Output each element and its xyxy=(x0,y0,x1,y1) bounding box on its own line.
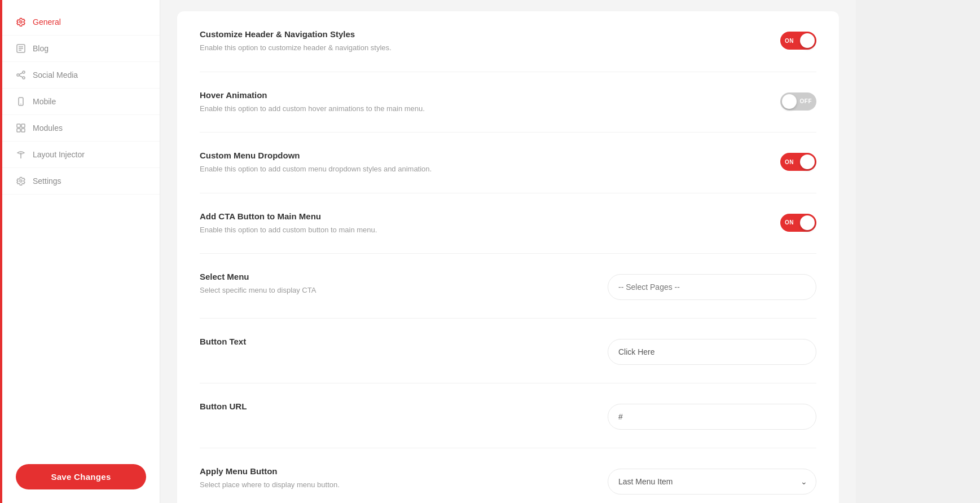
settings-row-button-url: Button URL xyxy=(200,383,816,448)
settings-row-info-select-menu: Select MenuSelect specific menu to displ… xyxy=(200,272,539,296)
settings-row-hover-animation: Hover AnimationEnable this option to add… xyxy=(200,72,816,133)
settings-row-info-customize-header: Customize Header & Navigation StylesEnab… xyxy=(200,29,539,54)
settings-row-control-hover-animation: OFF xyxy=(602,90,816,111)
social-media-icon xyxy=(16,70,26,80)
toggle-label-customize-header: ON xyxy=(785,38,794,44)
settings-row-customize-header: Customize Header & Navigation StylesEnab… xyxy=(200,11,816,72)
settings-row-control-add-cta-button: ON xyxy=(602,211,816,232)
toggle-label-add-cta-button: ON xyxy=(785,219,794,226)
settings-row-label-hover-animation: Hover Animation xyxy=(200,90,539,100)
sidebar-item-settings[interactable]: Settings xyxy=(2,168,160,195)
settings-row-control-custom-menu-dropdown: ON xyxy=(602,151,816,171)
settings-row-control-button-text xyxy=(602,337,816,365)
settings-row-control-customize-header: ON xyxy=(602,29,816,50)
sidebar-item-settings-label: Settings xyxy=(33,177,61,186)
settings-row-info-apply-menu-button: Apply Menu ButtonSelect place where to d… xyxy=(200,466,539,491)
settings-row-info-add-cta-button: Add CTA Button to Main MenuEnable this o… xyxy=(200,211,539,236)
sidebar-item-mobile[interactable]: Mobile xyxy=(2,89,160,115)
save-changes-button[interactable]: Save Changes xyxy=(16,464,146,489)
settings-row-add-cta-button: Add CTA Button to Main MenuEnable this o… xyxy=(200,193,816,254)
toggle-add-cta-button[interactable]: ON xyxy=(780,214,816,232)
toggle-knob-add-cta-button xyxy=(800,215,815,230)
settings-row-label-button-text: Button Text xyxy=(200,337,539,346)
toggle-custom-menu-dropdown[interactable]: ON xyxy=(780,153,816,171)
svg-point-4 xyxy=(23,71,25,73)
blog-icon xyxy=(16,43,26,54)
settings-row-info-button-url: Button URL xyxy=(200,401,539,414)
sidebar-nav: General Blog Social Media Mobile Modules… xyxy=(2,0,160,451)
settings-row-desc-add-cta-button: Enable this option to add custom button … xyxy=(200,224,539,236)
settings-row-select-menu: Select MenuSelect specific menu to displ… xyxy=(200,254,816,319)
right-panel xyxy=(856,0,980,503)
main-content: Customize Header & Navigation StylesEnab… xyxy=(160,0,856,503)
svg-line-7 xyxy=(19,73,23,74)
svg-line-8 xyxy=(19,76,23,77)
settings-row-desc-customize-header: Enable this option to customize header &… xyxy=(200,42,539,54)
text-input-button-url[interactable] xyxy=(608,404,816,430)
toggle-knob-hover-animation xyxy=(782,94,797,109)
svg-rect-11 xyxy=(17,124,20,127)
svg-rect-13 xyxy=(17,129,20,132)
sidebar-item-modules[interactable]: Modules xyxy=(2,115,160,142)
sidebar-item-mobile-label: Mobile xyxy=(33,97,56,106)
content-panel: Customize Header & Navigation StylesEnab… xyxy=(177,11,839,503)
modules-icon xyxy=(16,123,26,133)
svg-point-6 xyxy=(23,77,25,79)
sidebar: General Blog Social Media Mobile Modules… xyxy=(2,0,160,503)
select-apply-menu-button[interactable]: Last Menu ItemFirst Menu Item xyxy=(608,469,816,495)
toggle-knob-custom-menu-dropdown xyxy=(800,155,815,169)
settings-row-info-button-text: Button Text xyxy=(200,337,539,350)
settings-row-desc-apply-menu-button: Select place where to display menu butto… xyxy=(200,479,539,491)
settings-row-label-custom-menu-dropdown: Custom Menu Dropdown xyxy=(200,151,539,160)
settings-row-label-add-cta-button: Add CTA Button to Main Menu xyxy=(200,211,539,221)
settings-row-desc-hover-animation: Enable this option to add custom hover a… xyxy=(200,103,539,114)
svg-rect-12 xyxy=(21,124,25,127)
svg-point-5 xyxy=(17,74,19,76)
select-input-select-menu[interactable] xyxy=(608,274,816,300)
settings-row-apply-menu-button: Apply Menu ButtonSelect place where to d… xyxy=(200,448,816,503)
sidebar-item-blog[interactable]: Blog xyxy=(2,36,160,62)
settings-row-info-custom-menu-dropdown: Custom Menu DropdownEnable this option t… xyxy=(200,151,539,175)
settings-row-button-text: Button Text xyxy=(200,319,816,383)
select-wrapper-apply-menu-button: Last Menu ItemFirst Menu Item⌄ xyxy=(608,469,816,495)
general-icon xyxy=(16,17,26,27)
settings-row-info-hover-animation: Hover AnimationEnable this option to add… xyxy=(200,90,539,114)
settings-row-control-select-menu xyxy=(602,272,816,300)
settings-row-desc-select-menu: Select specific menu to display CTA xyxy=(200,285,539,296)
sidebar-item-blog-label: Blog xyxy=(33,44,49,53)
layout-injector-icon xyxy=(16,149,26,160)
toggle-hover-animation[interactable]: OFF xyxy=(780,92,816,111)
settings-row-custom-menu-dropdown: Custom Menu DropdownEnable this option t… xyxy=(200,133,816,193)
sidebar-item-social-media-label: Social Media xyxy=(33,70,78,80)
sidebar-item-layout-injector[interactable]: Layout Injector xyxy=(2,142,160,168)
toggle-label-hover-animation: OFF xyxy=(800,98,812,104)
settings-row-control-apply-menu-button: Last Menu ItemFirst Menu Item⌄ xyxy=(602,466,816,495)
settings-row-control-button-url xyxy=(602,401,816,430)
settings-row-label-customize-header: Customize Header & Navigation Styles xyxy=(200,29,539,39)
sidebar-item-social-media[interactable]: Social Media xyxy=(2,62,160,89)
text-input-button-text[interactable] xyxy=(608,339,816,365)
toggle-label-custom-menu-dropdown: ON xyxy=(785,159,794,165)
sidebar-footer: Save Changes xyxy=(2,451,160,503)
svg-point-10 xyxy=(20,104,21,105)
svg-rect-14 xyxy=(21,129,25,132)
toggle-customize-header[interactable]: ON xyxy=(780,32,816,50)
settings-row-desc-custom-menu-dropdown: Enable this option to add custom menu dr… xyxy=(200,164,539,175)
toggle-knob-customize-header xyxy=(800,33,815,48)
sidebar-item-layout-injector-label: Layout Injector xyxy=(33,150,85,159)
settings-icon xyxy=(16,176,26,186)
mobile-icon xyxy=(16,96,26,107)
settings-row-label-select-menu: Select Menu xyxy=(200,272,539,281)
sidebar-item-general-label: General xyxy=(33,17,61,27)
settings-row-label-apply-menu-button: Apply Menu Button xyxy=(200,466,539,476)
sidebar-item-general[interactable]: General xyxy=(2,9,160,36)
sidebar-item-modules-label: Modules xyxy=(33,123,63,133)
settings-row-label-button-url: Button URL xyxy=(200,401,539,411)
